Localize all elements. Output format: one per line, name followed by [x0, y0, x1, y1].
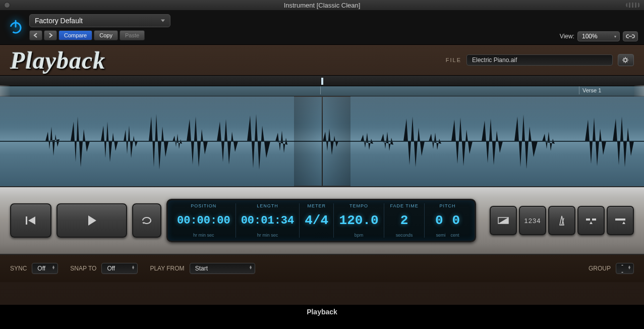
svg-rect-17 — [615, 218, 625, 221]
count-in-label: 1234 — [524, 217, 541, 225]
pitch-cent-value: 0 — [452, 213, 460, 228]
add-marker-icon — [614, 215, 627, 226]
play-icon — [85, 214, 98, 227]
fade-icon — [497, 215, 510, 226]
link-icon — [626, 33, 635, 39]
waveform-svg — [0, 96, 644, 186]
group-value: -- — [621, 261, 623, 276]
playfrom-label: PLAY FROM — [150, 265, 184, 272]
snap-label: SNAP TO — [70, 265, 96, 272]
plugin-footer: Playback — [0, 305, 644, 319]
file-label: FILE — [446, 57, 461, 63]
file-name: Electric Piano.aif — [472, 57, 517, 64]
position-value: 00:00:00 — [177, 214, 230, 227]
pitch-label: PITCH — [430, 203, 465, 208]
waveform-display[interactable] — [0, 96, 644, 186]
lcd-fade[interactable]: FADE TIME 2 seconds — [384, 203, 424, 238]
window-grip[interactable] — [626, 3, 640, 8]
group-label: GROUP — [589, 265, 611, 272]
meter-value: 4/4 — [305, 213, 328, 228]
preset-name: Factory Default — [35, 17, 83, 25]
position-units: hr min sec — [177, 233, 230, 238]
add-marker-button[interactable] — [607, 206, 634, 235]
action-menu-button[interactable] — [618, 54, 634, 66]
preset-dropdown[interactable]: Factory Default — [29, 14, 170, 27]
sync-dropdown[interactable]: Off — [32, 263, 58, 274]
fade-units: seconds — [389, 233, 419, 238]
tempo-label: TEMPO — [339, 203, 379, 208]
split-icon — [584, 215, 598, 226]
meter-label: METER — [305, 203, 328, 208]
split-marker-button[interactable] — [577, 206, 605, 235]
playfrom-dropdown[interactable]: Start — [190, 263, 255, 274]
marker-strip[interactable]: Intro Verse 1 — [0, 86, 644, 96]
window-title: Instrument [Classic Clean] — [0, 2, 644, 9]
tempo-value: 120.0 — [339, 213, 379, 228]
view-label: View: — [560, 33, 574, 40]
sync-label: SYNC — [10, 265, 27, 272]
timeline-ruler[interactable] — [0, 75, 644, 86]
settings-bar: SYNC Off SNAP TO Off PLAY FROM Start GRO… — [0, 255, 644, 282]
view-zoom-dropdown[interactable]: 100% — [577, 31, 620, 41]
tempo-units: bpm — [339, 233, 379, 238]
fade-label: FADE TIME — [389, 203, 419, 208]
plugin-body: Playback FILE Electric Piano.aif — [0, 44, 644, 305]
svg-line-9 — [623, 62, 624, 63]
cycle-button[interactable] — [132, 203, 161, 238]
svg-rect-15 — [586, 218, 590, 221]
length-value: 00:01:34 — [241, 214, 295, 227]
svg-rect-12 — [26, 216, 27, 225]
length-label: LENGTH — [241, 203, 295, 208]
fade-button[interactable] — [490, 206, 517, 235]
plugin-logo: Playback — [10, 46, 105, 74]
power-icon — [8, 19, 24, 35]
prev-preset-button[interactable] — [29, 30, 42, 40]
svg-line-7 — [623, 58, 624, 59]
plugin-header: Playback FILE Electric Piano.aif — [0, 45, 644, 75]
svg-rect-16 — [592, 218, 596, 221]
next-preset-button[interactable] — [44, 30, 57, 40]
position-label: POSITION — [177, 203, 230, 208]
pitch-semi-units: semi — [436, 233, 446, 238]
playfrom-value: Start — [195, 265, 208, 272]
play-button[interactable] — [56, 203, 127, 238]
snap-dropdown[interactable]: Off — [101, 263, 138, 274]
sync-value: Off — [37, 265, 45, 272]
group-dropdown[interactable]: -- — [616, 263, 634, 274]
go-to-start-button[interactable] — [10, 203, 51, 238]
count-in-button[interactable]: 1234 — [519, 206, 546, 235]
paste-button[interactable]: Paste — [120, 30, 145, 40]
snap-value: Off — [107, 265, 115, 272]
copy-button[interactable]: Copy — [94, 30, 118, 40]
plugin-toolbar: Factory Default Compare Copy Paste View:… — [0, 10, 644, 44]
pitch-cent-units: cent — [451, 233, 459, 238]
file-area: FILE Electric Piano.aif — [446, 54, 634, 66]
lcd-meter[interactable]: METER 4/4 — [299, 203, 333, 238]
fade-value: 2 — [389, 213, 419, 228]
function-buttons: 1234 — [490, 206, 634, 235]
lcd-display: POSITION 00:00:00 hr min sec LENGTH 00:0… — [166, 199, 476, 242]
metronome-button[interactable] — [548, 206, 575, 235]
window-titlebar: Instrument [Classic Clean] — [0, 0, 644, 10]
view-group: View: 100% — [560, 31, 638, 41]
svg-point-2 — [624, 59, 627, 62]
arrow-right-icon — [48, 33, 53, 38]
svg-line-8 — [627, 62, 628, 63]
bypass-button[interactable] — [6, 17, 25, 36]
link-button[interactable] — [623, 31, 638, 41]
playhead-indicator — [321, 78, 323, 85]
length-units: hr min sec — [241, 233, 295, 238]
lcd-length[interactable]: LENGTH 00:01:34 hr min sec — [236, 203, 300, 238]
view-zoom-value: 100% — [582, 33, 598, 40]
svg-rect-11 — [0, 141, 644, 142]
file-field[interactable]: Electric Piano.aif — [466, 54, 613, 66]
compare-button[interactable]: Compare — [58, 30, 92, 40]
lcd-position[interactable]: POSITION 00:00:00 hr min sec — [172, 203, 236, 238]
skip-start-icon — [24, 215, 37, 226]
marker-verse1[interactable]: Verse 1 — [579, 86, 604, 94]
footer-title: Playback — [307, 308, 337, 316]
preset-area: Factory Default Compare Copy Paste — [29, 14, 170, 40]
close-button[interactable] — [4, 2, 10, 8]
lcd-pitch[interactable]: PITCH 0 0 semi cent — [424, 203, 471, 238]
lcd-tempo[interactable]: TEMPO 120.0 bpm — [333, 203, 384, 238]
